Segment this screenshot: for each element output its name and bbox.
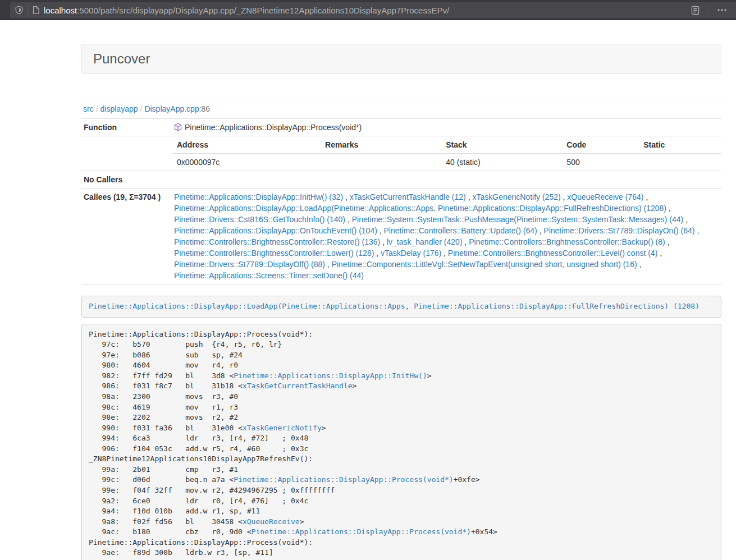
url-path: :5000/path/src/displayapp/DisplayApp.cpp… xyxy=(77,6,449,15)
metrics-data-row: 0x0000097c 40 (static) 500 xyxy=(172,154,721,171)
callee-link[interactable]: Pinetime::Drivers::Cst816S::GetTouchInfo… xyxy=(174,215,345,224)
static-value xyxy=(639,154,721,171)
callee-link[interactable]: Pinetime::System::SystemTask::PushMessag… xyxy=(352,215,684,224)
metrics-table: Address Remarks Stack Code Static 0x0000… xyxy=(172,136,721,171)
col-remarks: Remarks xyxy=(321,136,441,154)
breadcrumb-separator: / xyxy=(138,104,145,113)
toolbar-separator xyxy=(707,5,707,15)
asm-symbol-link[interactable]: Pinetime::Applications::DisplayApp::Proc… xyxy=(234,475,453,484)
remarks-value xyxy=(321,154,441,171)
callees-row: Callees (19, Σ=3704 ) Pinetime::Applicat… xyxy=(81,189,721,284)
col-address: Address xyxy=(172,136,321,154)
breadcrumb-link-src[interactable]: src xyxy=(83,104,94,113)
function-name: Pinetime::Applications::DisplayApp::Proc… xyxy=(185,123,362,132)
col-static: Static xyxy=(639,136,721,154)
reader-mode-icon[interactable] xyxy=(688,6,703,15)
callee-link[interactable]: Pinetime::Controllers::BrightnessControl… xyxy=(174,237,380,246)
callee-link[interactable]: Pinetime::Controllers::Battery::Update()… xyxy=(384,226,537,235)
metrics-row: Address Remarks Stack Code Static 0x0000… xyxy=(81,136,721,171)
address-bar[interactable]: localhost:5000/path/src/displayapp/Displ… xyxy=(10,2,736,18)
callee-link[interactable]: Pinetime::Controllers::BrightnessControl… xyxy=(448,249,657,258)
callees-label: Callees (19, Σ=3704 ) xyxy=(81,189,172,284)
browser-toolbar: localhost:5000/path/src/displayapp/Displ… xyxy=(0,0,736,20)
divider xyxy=(81,98,721,98)
symbol-table: Function Pinetime::Applications::Display… xyxy=(81,118,721,284)
asm-symbol-link[interactable]: Pinetime::Applications::DisplayApp::Proc… xyxy=(252,527,471,536)
url-host: localhost xyxy=(44,6,77,15)
site-identity-page-icon[interactable] xyxy=(32,6,40,15)
col-code: Code xyxy=(562,136,639,154)
asm-symbol-link[interactable]: xTaskGenericNotify xyxy=(243,424,322,432)
asm-symbol-link[interactable]: xQueueReceive xyxy=(243,517,300,526)
callee-link[interactable]: vTaskDelay (176) xyxy=(381,249,441,258)
asm-symbol-link[interactable]: Pinetime::Applications::DisplayApp::Init… xyxy=(234,371,427,380)
function-row: Function Pinetime::Applications::Display… xyxy=(81,119,721,136)
callee-link[interactable]: lv_task_handler (420) xyxy=(387,237,463,246)
app-title-panel: Puncover xyxy=(81,44,721,74)
tracking-shield-icon[interactable] xyxy=(15,6,24,15)
page-actions-ellipsis-icon[interactable] xyxy=(711,8,733,12)
breadcrumb: src/displayapp/DisplayApp.cpp:86 xyxy=(83,104,721,113)
function-cube-icon xyxy=(174,123,182,131)
callee-link[interactable]: Pinetime::Components::LittleVgl::SetNewT… xyxy=(332,260,637,269)
callee-link[interactable]: xTaskGetCurrentTaskHandle (12) xyxy=(350,192,466,201)
callee-link[interactable]: Pinetime::Applications::DisplayApp::OnTo… xyxy=(174,226,377,235)
load-app-link[interactable]: Pinetime::Applications::DisplayApp::Load… xyxy=(89,302,700,310)
breadcrumb-link-file[interactable]: DisplayApp.cpp xyxy=(144,104,199,113)
caller-snippet-block: Pinetime::Applications::DisplayApp::Load… xyxy=(81,296,721,318)
page-title: Puncover xyxy=(93,51,150,66)
address-bar-separator xyxy=(28,5,28,15)
address-value: 0x0000097c xyxy=(172,154,321,171)
stack-value: 40 (static) xyxy=(441,154,562,171)
callee-link[interactable]: xTaskGenericNotify (252) xyxy=(472,192,560,201)
callee-link[interactable]: Pinetime::Applications::Screens::Timer::… xyxy=(174,271,364,280)
breadcrumb-separator: / xyxy=(94,104,100,113)
callee-link[interactable]: Pinetime::Applications::DisplayApp::Load… xyxy=(174,204,666,213)
callee-link[interactable]: Pinetime::Applications::DisplayApp::Init… xyxy=(174,192,343,201)
function-label: Function xyxy=(81,119,172,136)
no-callers-label: No Callers xyxy=(81,171,172,189)
col-stack: Stack xyxy=(441,136,562,154)
breadcrumb-line-number: :86 xyxy=(199,104,210,113)
callees-list: Pinetime::Applications::DisplayApp::Init… xyxy=(172,189,721,284)
callee-link[interactable]: Pinetime::Drivers::St7789::DisplayOff() … xyxy=(174,260,325,269)
code-value: 500 xyxy=(562,154,639,171)
callers-row: No Callers xyxy=(81,171,721,189)
callee-link[interactable]: Pinetime::Controllers::BrightnessControl… xyxy=(174,249,374,258)
callee-link[interactable]: xQueueReceive (764) xyxy=(567,192,643,201)
page-container: Puncover src/displayapp/DisplayApp.cpp:8… xyxy=(81,44,721,560)
assembly-code: Pinetime::Applications::DisplayApp::Proc… xyxy=(81,324,721,560)
metrics-header-row: Address Remarks Stack Code Static xyxy=(172,136,721,154)
url-text[interactable]: localhost:5000/path/src/displayapp/Displ… xyxy=(44,6,688,15)
breadcrumb-link-displayapp[interactable]: displayapp xyxy=(100,104,138,113)
callee-link[interactable]: Pinetime::Drivers::St7789::DisplayOn() (… xyxy=(543,226,694,235)
asm-symbol-link[interactable]: xTaskGetCurrentTaskHandle xyxy=(243,382,353,390)
callee-link[interactable]: Pinetime::Controllers::BrightnessControl… xyxy=(469,237,665,246)
